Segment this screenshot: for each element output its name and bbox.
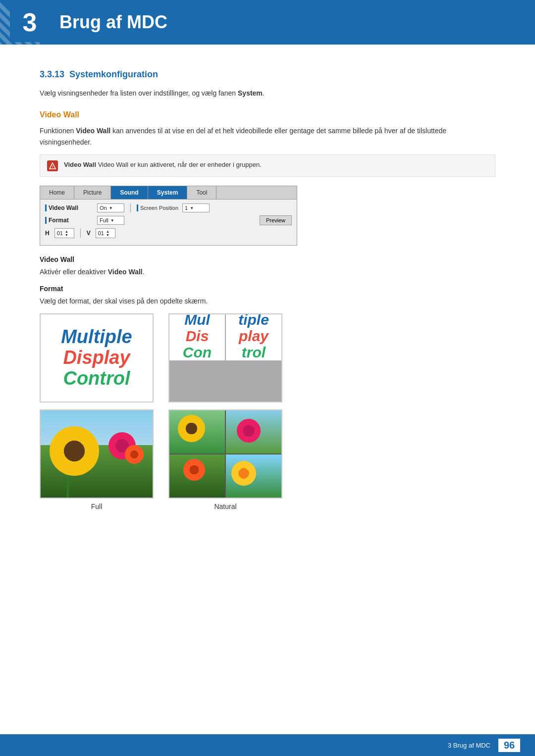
videowall-select[interactable]: On ▼ [97,203,124,212]
v-spinner[interactable]: 01 ▲ ▼ [96,228,115,238]
natural-cell-1: Mul Dis Con [169,313,225,360]
photo-full-content [41,410,153,498]
note-icon: ! [47,160,58,171]
format-label: Format [49,217,93,224]
natural-display-1: Dis [183,328,212,344]
natural-cell-2: tiple play trol [226,313,281,360]
format-item-full: Multiple Display Control [40,313,154,403]
mdc-full-multiple: Multiple [61,327,132,348]
format-item-photo-natural: Natural [168,409,282,510]
bar-indicator-screenpos [137,204,138,211]
format-item-natural-logo: Mul Dis Con tiple play trol [168,313,282,403]
format-natural-label: Natural [214,503,236,510]
videowall-arrow: ▼ [109,206,113,210]
video-wall-intro: Funktionen Video Wall kan anvendes til a… [40,125,495,148]
photo-box-natural [168,409,282,499]
mdc-logo-natural: Mul Dis Con tiple play trol [168,313,282,403]
separator2 [80,229,81,238]
format-arrow: ▼ [110,218,114,223]
v-spinner-arrows[interactable]: ▲ ▼ [106,230,109,237]
photo-cell-4 [226,454,281,498]
format-value: Full [100,217,108,223]
footer-page-number: 96 [498,739,520,752]
separator [130,203,131,212]
natural-multiple-1: Mul [183,313,212,328]
section-heading: 3.3.13 Systemkonfiguration [40,69,495,80]
chapter-title: Brug af MDC [59,12,167,33]
natural-control-1: Con [183,344,212,360]
screen-position-select[interactable]: 1 ▼ [182,203,210,212]
tab-sound[interactable]: Sound [111,186,148,199]
format-select[interactable]: Full ▼ [97,216,124,225]
note-text: Video Wall Video Wall er kun aktiveret, … [64,160,262,170]
ui-panel: Home Picture Sound System Tool Video Wal… [40,186,297,246]
svg-text:!: ! [52,165,53,168]
natural-display-2: play [238,328,269,344]
sunflower-main [50,426,99,476]
h-value: 01 [57,230,63,236]
v-value: 01 [98,230,104,236]
videowall-section-heading: Video Wall [40,255,495,263]
page-footer: 3 Brug af MDC 96 [0,734,535,756]
ui-row-videowall: Video Wall On ▼ Screen Position 1 ▼ [45,203,292,212]
videowall-label: Video Wall [49,204,93,211]
preview-button[interactable]: Preview [260,215,292,225]
screen-position-arrow: ▼ [190,206,194,210]
format-images-row2: Full [40,409,495,510]
ui-tabs: Home Picture Sound System Tool [40,186,297,200]
tab-home[interactable]: Home [40,186,74,199]
natural-control-2: trol [238,344,269,360]
videowall-value: On [100,205,107,211]
chapter-number: 3 [10,2,50,42]
format-section-heading: Format [40,285,495,293]
videowall-label-bar: Video Wall [45,204,93,211]
tab-picture[interactable]: Picture [74,186,111,199]
format-item-photo-full: Full [40,409,154,510]
main-content: 3.3.13 Systemkonfiguration Vælg visnings… [0,45,535,557]
photo-cell-3 [169,454,225,498]
v-label: V [87,230,91,237]
photo-cell-1 [169,410,225,454]
photo-cell-2 [226,410,281,454]
photo-cell-4-content [226,454,281,498]
format-section-body: Vælg det format, der skal vises på den o… [40,296,495,306]
h-spinner-arrows[interactable]: ▲ ▼ [65,230,68,237]
mdc-full-control: Control [63,368,130,389]
bar-indicator-format [45,217,47,224]
orange-flower [125,445,144,464]
ui-row-format: Format Full ▼ Preview [45,215,292,225]
format-images-row1: Multiple Display Control Mul Dis Con tip… [40,313,495,403]
chapter-header: 3 Brug af MDC [0,0,535,45]
natural-multiple-2: tiple [238,313,269,328]
tab-system[interactable]: System [148,186,188,199]
tab-tool[interactable]: Tool [187,186,216,199]
photo-box-full [40,409,154,499]
screen-position-value: 1 [185,205,188,211]
ui-row-hv: H 01 ▲ ▼ V 01 ▲ ▼ [45,228,292,238]
h-label: H [45,230,50,237]
footer-text: 3 Brug af MDC [448,742,490,749]
format-full-label: Full [91,503,103,510]
subsection-video-wall-heading: Video Wall [40,110,495,119]
ui-panel-body: Video Wall On ▼ Screen Position 1 ▼ [40,200,297,245]
mdc-logo-full: Multiple Display Control [40,313,154,403]
note-box: ! Video Wall Video Wall er kun aktiveret… [40,154,495,177]
bar-indicator-videowall [45,204,47,211]
videowall-section-body: Aktivér eller deaktiver Video Wall. [40,266,495,277]
intro-paragraph: Vælg visningsenheder fra listen over ind… [40,88,495,99]
mdc-full-display: Display [63,348,130,368]
h-spinner[interactable]: 01 ▲ ▼ [54,228,74,238]
screen-position-label: Screen Position [137,204,178,211]
photo-cell-2-content [226,410,281,454]
photo-cell-3-content [169,454,225,498]
photo-cell-1-content [169,410,225,454]
format-label-bar: Format [45,217,93,224]
